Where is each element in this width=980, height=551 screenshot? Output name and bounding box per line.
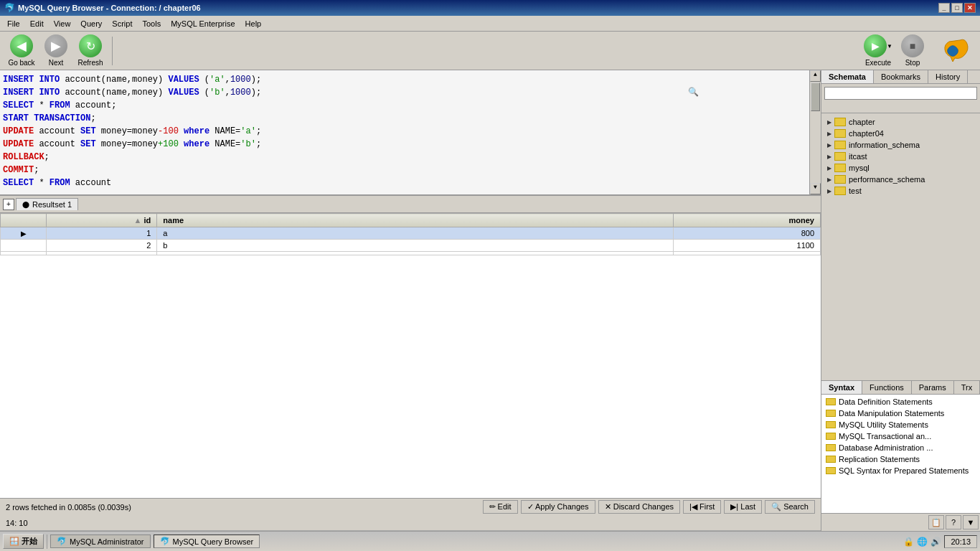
schema-item[interactable]: ▶ itcast <box>821 151 980 162</box>
execute-dropdown-arrow[interactable]: ▼ <box>887 43 892 50</box>
stop-button[interactable]: ■ Stop <box>897 34 928 67</box>
sql-line-5: UPDATE account SET money=money-100 where… <box>3 125 805 138</box>
tab-history[interactable]: History <box>928 70 968 83</box>
menu-query[interactable]: Query <box>76 18 106 29</box>
menu-edit[interactable]: Edit <box>26 18 48 29</box>
col-id-header[interactable]: ▲ id <box>47 214 157 227</box>
syntax-list-item[interactable]: SQL Syntax for Prepared Statements <box>821 465 980 476</box>
taskbar-clock: 20:13 <box>944 535 977 548</box>
schema-item[interactable]: ▶ performance_schema <box>821 174 980 185</box>
syntax-btn-3[interactable]: ▼ <box>963 515 979 529</box>
scrollbar-track <box>810 82 821 183</box>
table-row[interactable] <box>1 252 821 255</box>
next-button[interactable]: ▶ Next <box>40 34 72 67</box>
folder-icon <box>834 141 846 149</box>
syntax-folder-icon <box>826 467 836 474</box>
syntax-list-item[interactable]: Replication Statements <box>821 453 980 465</box>
cell-id: 1 <box>47 227 157 240</box>
toolbar-separator <box>112 37 113 65</box>
title-bar-controls: _ □ ✕ <box>938 3 976 13</box>
resultset-tab[interactable]: ⬤ Resultset 1 <box>16 198 78 210</box>
syntax-list-item[interactable]: Database Administration ... <box>821 442 980 453</box>
scrollbar-thumb[interactable] <box>811 83 820 111</box>
schema-item[interactable]: ▶ information_schema <box>821 139 980 151</box>
cell-name <box>157 252 673 255</box>
sql-line-8: COMMIT; <box>3 164 805 176</box>
apply-changes-button[interactable]: ✓ Apply Changes <box>521 500 595 514</box>
schema-tree: ▶ chapter ▶ chapter04 ▶ information_sche… <box>821 113 980 380</box>
menu-mysql-enterprise[interactable]: MySQL Enterprise <box>166 18 239 29</box>
task-mysql-admin[interactable]: 🐬 MySQL Administrator <box>50 534 151 548</box>
folder-icon <box>834 164 846 172</box>
menu-view[interactable]: View <box>50 18 75 29</box>
schema-arrow-icon: ▶ <box>827 176 831 183</box>
folder-icon <box>834 118 846 126</box>
syntax-list-item[interactable]: MySQL Utility Statements <box>821 419 980 430</box>
toolbar: ◀ Go back ▶ Next ↻ Refresh ▶ ▼ Execute ■… <box>0 32 980 70</box>
task-mysql-query[interactable]: 🐬 MySQL Query Browser <box>154 534 260 548</box>
schema-search-input[interactable] <box>824 87 977 100</box>
menu-script[interactable]: Script <box>108 18 136 29</box>
tab-params[interactable]: Params <box>912 381 954 394</box>
schema-item[interactable]: ▶ chapter <box>821 116 980 128</box>
go-back-icon: ◀ <box>10 34 33 57</box>
query-editor[interactable]: INSERT INTO account(name,money) VALUES (… <box>0 70 821 196</box>
taskbar-tray: 🔒 🌐 🔊 20:13 <box>903 535 977 548</box>
menu-file[interactable]: File <box>3 18 24 29</box>
go-back-button[interactable]: ◀ Go back <box>6 34 37 67</box>
syntax-folder-icon <box>826 398 836 405</box>
syntax-btn-2[interactable]: ? <box>946 515 961 529</box>
row-arrow <box>1 252 47 255</box>
syntax-list-item[interactable]: Data Manipulation Statements <box>821 408 980 419</box>
syntax-item-label: Database Administration ... <box>839 443 933 452</box>
stop-icon: ■ <box>901 34 924 57</box>
tray-icon-1: 🔒 <box>903 537 914 547</box>
sql-line-9: SELECT * FROM account <box>3 176 805 189</box>
syntax-folder-icon <box>826 433 836 440</box>
execute-button[interactable]: ▶ ▼ Execute <box>862 34 894 67</box>
table-row[interactable]: ▶ 1 a 800 <box>1 227 821 240</box>
schema-item[interactable]: ▶ test <box>821 185 980 197</box>
tab-functions[interactable]: Functions <box>862 381 912 394</box>
close-button[interactable]: ✕ <box>964 3 976 13</box>
query-text[interactable]: INSERT INTO account(name,money) VALUES (… <box>3 73 818 189</box>
status-actions: ✏ Edit ✓ Apply Changes ✕ Discard Changes… <box>483 500 815 514</box>
col-name-header[interactable]: name <box>157 214 673 227</box>
menu-tools[interactable]: Tools <box>138 18 165 29</box>
scrollbar-down[interactable]: ▼ <box>810 183 821 194</box>
syntax-item-label: MySQL Transactional an... <box>839 432 931 441</box>
table-row[interactable]: 2 b 1100 <box>1 240 821 252</box>
scrollbar-up[interactable]: ▲ <box>810 70 821 82</box>
discard-changes-button[interactable]: ✕ Discard Changes <box>598 500 680 514</box>
tab-schemata[interactable]: Schemata <box>821 70 874 83</box>
syntax-list-item[interactable]: Data Definition Statements <box>821 396 980 408</box>
syntax-btn-1[interactable]: 📋 <box>928 515 944 529</box>
results-tabs: + ⬤ Resultset 1 <box>0 196 821 213</box>
maximize-button[interactable]: □ <box>951 3 963 13</box>
first-button[interactable]: |◀ First <box>683 500 721 514</box>
schema-item[interactable]: ▶ mysql <box>821 162 980 174</box>
menu-help[interactable]: Help <box>241 18 266 29</box>
folder-icon <box>834 175 846 184</box>
syntax-folder-icon <box>826 421 836 428</box>
query-scrollbar[interactable]: ▲ ▼ <box>809 70 821 194</box>
task-query-label: MySQL Query Browser <box>173 537 254 546</box>
search-button[interactable]: 🔍 Search <box>765 500 815 514</box>
refresh-button[interactable]: ↻ Refresh <box>75 34 106 67</box>
last-button[interactable]: ▶| Last <box>724 500 762 514</box>
new-tab-button[interactable]: + <box>3 199 14 210</box>
schema-item[interactable]: ▶ chapter04 <box>821 128 980 139</box>
tab-bookmarks[interactable]: Bookmarks <box>874 70 928 83</box>
schemata-tabs: Schemata Bookmarks History <box>821 70 980 84</box>
syntax-list-item[interactable]: MySQL Transactional an... <box>821 430 980 442</box>
sql-line-6: UPDATE account SET money=money+100 where… <box>3 138 805 151</box>
tab-trx[interactable]: Trx <box>954 381 980 394</box>
task-admin-icon: 🐬 <box>57 537 67 546</box>
sql-line-1: INSERT INTO account(name,money) VALUES (… <box>3 73 805 86</box>
tab-syntax[interactable]: Syntax <box>821 381 862 394</box>
minimize-button[interactable]: _ <box>938 3 950 13</box>
start-button[interactable]: 🪟 开始 <box>3 534 44 549</box>
folder-icon <box>834 187 846 195</box>
col-money-header[interactable]: money <box>673 214 821 227</box>
edit-button[interactable]: ✏ Edit <box>483 500 518 514</box>
